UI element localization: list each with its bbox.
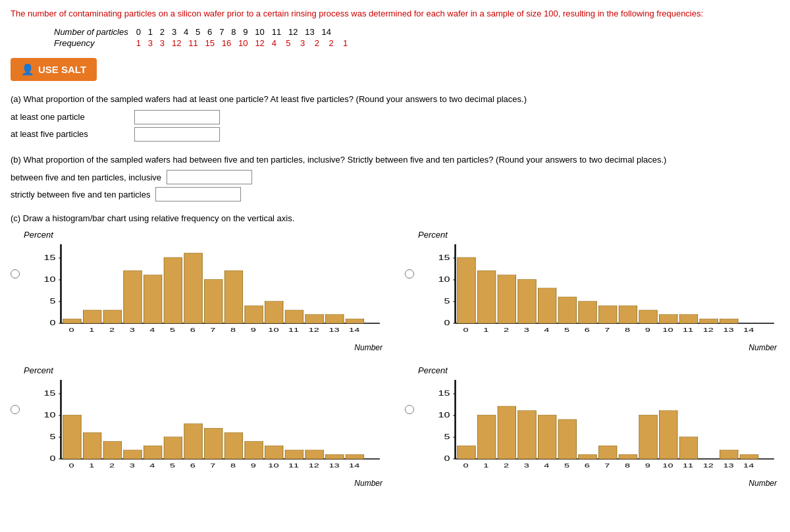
chart1-svg: 0 5 10 15 — [24, 241, 385, 340]
svg-text:3: 3 — [130, 462, 135, 469]
svg-rect-136 — [579, 454, 596, 459]
svg-rect-101 — [285, 450, 303, 459]
chart3-radio[interactable] — [11, 405, 20, 414]
chart3-x-label: Number — [24, 479, 385, 488]
svg-text:0: 0 — [49, 455, 55, 462]
svg-text:0: 0 — [444, 319, 450, 327]
answer-b2-label: strictly between five and ten particles — [11, 190, 150, 200]
svg-rect-135 — [558, 419, 576, 459]
svg-text:13: 13 — [329, 462, 339, 469]
svg-rect-52 — [498, 275, 515, 323]
svg-rect-59 — [639, 310, 657, 323]
svg-text:4: 4 — [149, 327, 155, 333]
svg-rect-100 — [265, 446, 283, 459]
svg-text:14: 14 — [349, 327, 359, 333]
svg-rect-141 — [679, 437, 697, 459]
answer-b1-input[interactable] — [167, 170, 252, 184]
charts-section: (c) Draw a histogram/bar chart using rel… — [11, 213, 779, 488]
answer-a1-input[interactable] — [134, 110, 220, 124]
chart4-radio[interactable] — [405, 405, 414, 414]
svg-rect-133 — [518, 411, 536, 459]
svg-text:14: 14 — [349, 462, 359, 469]
svg-rect-20 — [265, 302, 283, 323]
svg-text:13: 13 — [723, 327, 733, 333]
chart4-x-label: Number — [418, 479, 779, 488]
svg-rect-50 — [458, 257, 475, 323]
chart2-wrapper: Percent 0 5 10 15 — [418, 230, 779, 352]
svg-rect-61 — [679, 315, 697, 323]
svg-rect-13 — [124, 271, 142, 323]
svg-text:0: 0 — [444, 455, 450, 462]
svg-rect-103 — [326, 454, 344, 459]
svg-text:2: 2 — [504, 462, 509, 469]
svg-text:8: 8 — [625, 327, 630, 333]
svg-rect-53 — [518, 279, 536, 323]
svg-rect-58 — [619, 306, 637, 323]
chart1-y-label: Percent — [24, 230, 385, 240]
svg-rect-17 — [205, 279, 223, 323]
svg-text:7: 7 — [210, 462, 215, 469]
svg-text:10: 10 — [662, 462, 673, 469]
svg-text:6: 6 — [190, 462, 196, 469]
svg-text:8: 8 — [230, 462, 236, 469]
svg-text:14: 14 — [743, 462, 754, 469]
svg-rect-104 — [346, 454, 363, 459]
chart1-container: Percent 0 5 10 15 — [11, 230, 385, 352]
svg-text:7: 7 — [210, 327, 215, 333]
chart4-wrapper: Percent 0 5 10 15 — [418, 365, 779, 488]
chart3-wrapper: Percent 0 5 10 15 — [24, 365, 385, 488]
svg-rect-90 — [63, 415, 81, 459]
frequency-label: Frequency — [50, 38, 132, 49]
chart2-svg: 0 5 10 15 — [418, 241, 779, 340]
answer-a2-input[interactable] — [134, 127, 220, 142]
svg-text:15: 15 — [438, 390, 450, 397]
svg-rect-96 — [184, 424, 202, 459]
svg-text:14: 14 — [743, 327, 754, 333]
intro-text: The number of contaminating particles on… — [11, 8, 779, 20]
svg-text:3: 3 — [130, 327, 135, 333]
chart1-x-label: Number — [24, 343, 385, 352]
chart3-svg: 0 5 10 15 — [24, 377, 385, 475]
svg-text:4: 4 — [149, 462, 155, 469]
chart4-container: Percent 0 5 10 15 — [405, 365, 779, 488]
svg-text:9: 9 — [645, 462, 650, 469]
frequency-values: 1 3 3 12 11 15 16 10 12 4 5 3 2 2 1 — [132, 38, 352, 49]
svg-text:10: 10 — [268, 327, 278, 333]
data-table: Number of particles 0 1 2 3 4 5 6 7 8 9 … — [50, 26, 779, 49]
svg-text:0: 0 — [69, 462, 74, 469]
answer-a1-row: at least one particle — [11, 110, 779, 124]
svg-rect-56 — [579, 302, 596, 323]
use-salt-button[interactable]: 👤 USE SALT — [11, 58, 97, 81]
answer-a2-row: at least five particles — [11, 127, 779, 142]
svg-text:15: 15 — [44, 390, 56, 397]
svg-rect-140 — [660, 411, 677, 459]
svg-text:6: 6 — [585, 462, 590, 469]
svg-text:0: 0 — [463, 327, 469, 333]
svg-text:10: 10 — [44, 412, 56, 419]
svg-text:6: 6 — [585, 327, 590, 333]
svg-text:2: 2 — [109, 462, 115, 469]
svg-text:10: 10 — [662, 327, 673, 333]
svg-rect-60 — [660, 315, 677, 323]
chart4-svg: 0 5 10 15 — [418, 377, 779, 475]
svg-text:13: 13 — [723, 462, 733, 469]
svg-text:4: 4 — [544, 327, 549, 333]
svg-text:7: 7 — [604, 327, 610, 333]
svg-rect-132 — [498, 406, 515, 459]
svg-rect-92 — [103, 441, 121, 459]
svg-text:13: 13 — [329, 327, 339, 333]
svg-text:12: 12 — [309, 327, 319, 333]
svg-text:1: 1 — [89, 462, 94, 469]
svg-text:4: 4 — [544, 462, 549, 469]
chart1-radio[interactable] — [11, 269, 20, 279]
svg-text:1: 1 — [89, 327, 94, 333]
charts-grid: Percent 0 5 10 15 — [11, 230, 779, 488]
chart3-y-label: Percent — [24, 365, 385, 375]
answer-b1-label: between five and ten particles, inclusiv… — [11, 173, 161, 182]
chart2-radio[interactable] — [405, 269, 414, 279]
svg-rect-24 — [346, 319, 363, 323]
svg-text:5: 5 — [444, 433, 450, 440]
svg-rect-23 — [326, 315, 344, 323]
answer-b2-input[interactable] — [155, 187, 241, 201]
question-a-text: (a) What proportion of the sampled wafer… — [11, 93, 779, 106]
